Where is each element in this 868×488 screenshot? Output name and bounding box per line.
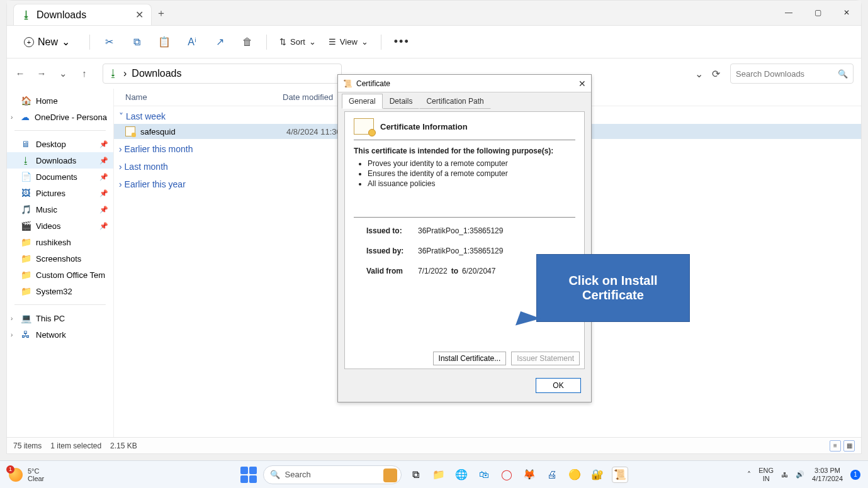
sidebar-folder[interactable]: 📁Custom Office Tem <box>7 267 113 283</box>
sidebar-label: Videos <box>36 221 61 231</box>
maximize-button[interactable]: ▢ <box>803 0 832 25</box>
dialog-titlebar[interactable]: 📜 Certificate ✕ <box>338 75 591 92</box>
app-icon[interactable]: 🖨 <box>544 467 560 483</box>
sidebar-this-pc[interactable]: ›💻This PC <box>7 310 113 326</box>
expand-icon[interactable]: › <box>11 114 13 121</box>
ok-button[interactable]: OK <box>536 378 581 393</box>
sidebar-folder[interactable]: 📁System32 <box>7 283 113 299</box>
sidebar-folder[interactable]: 📁rushikesh <box>7 234 113 250</box>
sidebar-onedrive[interactable]: › ☁ OneDrive - Persona <box>7 109 113 125</box>
taskbar-search[interactable]: 🔍 Search <box>263 465 402 484</box>
certificate-file-icon <box>125 126 135 136</box>
taskview-icon[interactable]: ⧉ <box>408 467 424 483</box>
sidebar-home[interactable]: 🏠 Home <box>7 92 113 109</box>
copy-icon[interactable]: ⧉ <box>130 36 143 48</box>
close-tab-icon[interactable]: ✕ <box>135 9 144 21</box>
recent-button[interactable]: ⌄ <box>57 68 69 79</box>
status-selection: 1 item selected <box>50 441 101 450</box>
toolbar: + New ⌄ ✂ ⧉ 📋 Aⁱ ↗ 🗑 ⇅ Sort ⌄ ☰ View ⌄ •… <box>7 26 861 58</box>
sidebar-label: Downloads <box>36 156 76 165</box>
system-tray: ˄ ENG IN 🖧 🔊 3:03 PM 4/17/2024 1 <box>747 467 868 482</box>
sidebar-network[interactable]: ›🖧Network <box>7 326 113 343</box>
tab-details[interactable]: Details <box>383 94 420 109</box>
pc-icon: 💻 <box>21 313 31 323</box>
close-dialog-button[interactable]: ✕ <box>578 79 586 89</box>
new-button[interactable]: + New ⌄ <box>17 33 77 51</box>
volume-icon[interactable]: 🔊 <box>796 470 804 479</box>
col-name[interactable]: Name <box>125 92 283 102</box>
up-button[interactable]: ↑ <box>79 68 90 79</box>
store-icon[interactable]: 🛍 <box>476 467 492 483</box>
cut-icon[interactable]: ✂ <box>103 36 115 48</box>
history-chevron-icon[interactable]: ⌄ <box>695 68 703 80</box>
forward-button[interactable]: → <box>36 68 47 79</box>
sidebar-music[interactable]: 🎵Music📌 <box>7 201 113 218</box>
clock[interactable]: 3:03 PM 4/17/2024 <box>812 467 843 482</box>
edge-icon[interactable]: 🌐 <box>453 467 470 483</box>
sidebar-desktop[interactable]: 🖥Desktop📌 <box>7 136 113 152</box>
search-label: Search <box>285 470 311 479</box>
explorer-taskbar-icon[interactable]: 📁 <box>431 467 447 483</box>
weather-temp: 5°C <box>28 467 44 475</box>
certificate-icon: 📜 <box>343 79 352 88</box>
view-icon: ☰ <box>329 37 336 47</box>
expand-icon[interactable]: › <box>11 331 13 338</box>
thumbnails-view-button[interactable]: ▦ <box>843 440 855 452</box>
weather-widget[interactable]: 1 5°C Clear <box>0 467 44 482</box>
download-icon: ⭳ <box>21 155 31 165</box>
install-certificate-button[interactable]: Install Certificate... <box>433 352 507 365</box>
purpose-item: Ensures the identity of a remote compute… <box>368 169 575 178</box>
refresh-icon[interactable]: ⟳ <box>712 68 720 80</box>
purpose-item: All issuance policies <box>368 179 575 188</box>
language-indicator[interactable]: ENG IN <box>758 467 774 482</box>
details-view-button[interactable]: ≡ <box>830 440 841 452</box>
sidebar-folder[interactable]: 📁Screenshots <box>7 250 113 267</box>
back-button[interactable]: ← <box>14 68 26 79</box>
start-button[interactable] <box>240 467 257 483</box>
chrome-icon[interactable]: 🟡 <box>566 467 583 483</box>
more-button[interactable]: ••• <box>394 35 410 48</box>
breadcrumb-sep: › <box>123 68 127 79</box>
issuer-statement-button: Issuer Statement <box>511 352 580 365</box>
pictures-icon: 🖼 <box>21 188 31 198</box>
window-controls: — ▢ ✕ <box>774 0 861 25</box>
tray-overflow-icon[interactable]: ˄ <box>747 470 751 479</box>
breadcrumb[interactable]: Downloads <box>132 68 181 79</box>
firefox-icon[interactable]: 🦊 <box>521 467 538 483</box>
opera-icon[interactable]: ◯ <box>499 467 515 483</box>
sidebar-videos[interactable]: 🎬Videos📌 <box>7 218 113 234</box>
sidebar-pictures[interactable]: 🖼Pictures📌 <box>7 185 113 201</box>
separator <box>266 35 267 50</box>
paste-icon[interactable]: 📋 <box>158 36 171 48</box>
minimize-button[interactable]: — <box>774 0 803 25</box>
sidebar-documents[interactable]: 📄Documents📌 <box>7 169 113 185</box>
sort-button[interactable]: ⇅ Sort ⌄ <box>279 37 316 47</box>
sidebar-label: Screenshots <box>36 254 81 263</box>
expand-icon[interactable]: › <box>11 315 13 322</box>
tab-downloads[interactable]: ⭳ Downloads ✕ <box>13 4 152 25</box>
delete-icon[interactable]: 🗑 <box>241 36 254 48</box>
network-icon[interactable]: 🖧 <box>781 471 788 479</box>
pin-icon: 📌 <box>99 140 108 148</box>
folder-icon: 📁 <box>21 286 31 296</box>
address-bar[interactable]: ⭳ › Downloads <box>103 64 342 84</box>
sidebar-label: This PC <box>36 314 65 323</box>
sidebar-label: Music <box>36 205 57 214</box>
share-icon[interactable]: ↗ <box>213 36 226 48</box>
tab-general[interactable]: General <box>342 94 383 109</box>
sidebar-downloads[interactable]: ⭳Downloads📌 <box>7 152 113 169</box>
search-box[interactable]: Search Downloads 🔍 <box>730 64 854 84</box>
certificate-dialog: 📜 Certificate ✕ General Details Certific… <box>337 74 592 402</box>
pin-icon: 📌 <box>99 173 108 181</box>
certificate-taskbar-icon[interactable]: 📜 <box>612 467 628 483</box>
view-button[interactable]: ☰ View ⌄ <box>329 37 368 47</box>
app-icon[interactable]: 🔐 <box>589 467 606 483</box>
rename-icon[interactable]: Aⁱ <box>186 36 198 48</box>
notification-badge[interactable]: 1 <box>850 470 860 480</box>
tab-certification-path[interactable]: Certification Path <box>419 94 490 109</box>
instruction-callout: Click on Install Certificate <box>536 254 690 322</box>
folder-icon: 📁 <box>21 253 31 263</box>
close-window-button[interactable]: ✕ <box>832 0 861 25</box>
add-tab-button[interactable]: ＋ <box>152 7 171 25</box>
search-icon: 🔍 <box>270 470 280 479</box>
